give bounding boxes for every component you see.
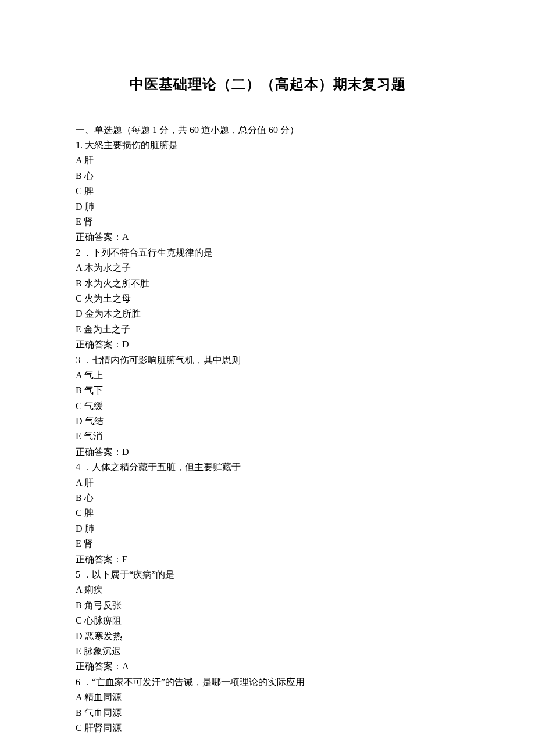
question-text: 2 ．下列不符合五行生克规律的是 — [76, 245, 459, 260]
option-text: B 气血同源 — [76, 705, 459, 721]
question-text: 4 ．人体之精分藏于五脏，但主要贮藏于 — [76, 460, 459, 475]
answer-text: 正确答案：A — [76, 230, 459, 245]
option-text: E 肾 — [76, 536, 459, 551]
option-text: D 肺 — [76, 521, 459, 536]
answer-text: 正确答案：D — [76, 445, 459, 460]
option-text: E 金为土之子 — [76, 322, 459, 337]
option-text: E 肾 — [76, 214, 459, 230]
option-text: D 气结 — [76, 414, 459, 429]
page-title: 中医基础理论（二）（高起本）期末复习题 — [76, 73, 459, 96]
option-text: E 脉象沉迟 — [76, 644, 459, 659]
option-text: E 气消 — [76, 429, 459, 444]
questions-container: 1. 大怒主要损伤的脏腑是A 肝B 心C 脾D 肺E 肾正确答案：A2 ．下列不… — [76, 138, 459, 736]
option-text: B 气下 — [76, 383, 459, 398]
question-text: 6 ．“亡血家不可发汗”的告诫，是哪一项理论的实际应用 — [76, 675, 459, 690]
option-text: C 脾 — [76, 184, 459, 199]
option-text: B 水为火之所不胜 — [76, 276, 459, 291]
option-text: A 气上 — [76, 368, 459, 383]
option-text: A 精血同源 — [76, 690, 459, 705]
option-text: A 木为水之子 — [76, 260, 459, 275]
option-text: B 心 — [76, 169, 459, 184]
option-text: A 肝 — [76, 475, 459, 490]
answer-text: 正确答案：E — [76, 552, 459, 567]
answer-text: 正确答案：A — [76, 659, 459, 674]
option-text: C 气缓 — [76, 399, 459, 414]
option-text: D 金为木之所胜 — [76, 306, 459, 321]
option-text: A 痢疾 — [76, 582, 459, 597]
option-text: C 心脉痹阻 — [76, 613, 459, 628]
option-text: C 火为土之母 — [76, 291, 459, 306]
option-text: D 肺 — [76, 199, 459, 214]
option-text: C 脾 — [76, 506, 459, 521]
option-text: D 恶寒发热 — [76, 629, 459, 644]
answer-text: 正确答案：D — [76, 337, 459, 352]
option-text: C 肝肾同源 — [76, 721, 459, 736]
question-text: 3 ．七情内伤可影响脏腑气机，其中思则 — [76, 353, 459, 368]
option-text: B 心 — [76, 490, 459, 506]
section-header: 一、单选题（每题 1 分，共 60 道小题，总分值 60 分） — [76, 123, 459, 138]
question-text: 1. 大怒主要损伤的脏腑是 — [76, 138, 459, 153]
option-text: B 角弓反张 — [76, 598, 459, 613]
option-text: A 肝 — [76, 153, 459, 168]
question-text: 5 ．以下属于“疾病”的是 — [76, 567, 459, 582]
